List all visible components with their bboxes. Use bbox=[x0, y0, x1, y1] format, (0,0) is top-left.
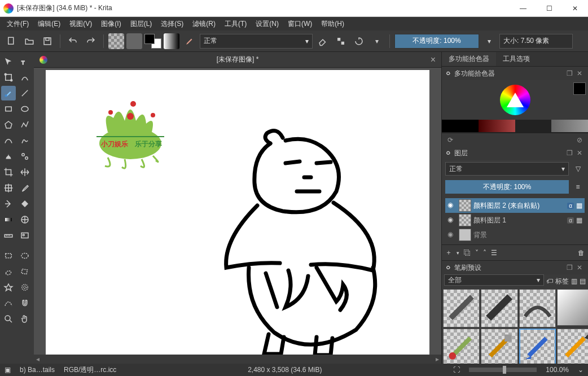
brush-preset[interactable] bbox=[557, 289, 588, 326]
menu-file[interactable]: 文件(F) bbox=[2, 18, 33, 30]
move-up-button[interactable]: ˄ bbox=[483, 249, 486, 257]
duplicate-layer-button[interactable]: ⿻ bbox=[464, 249, 471, 257]
contiguous-select-tool[interactable] bbox=[1, 280, 16, 295]
menu-help[interactable]: 帮助(H) bbox=[317, 18, 349, 30]
brush-size-field[interactable]: 大小: 7.50 像素 bbox=[499, 34, 573, 49]
tag-icon[interactable]: 🏷 bbox=[546, 277, 553, 285]
transform-tool-2[interactable] bbox=[1, 181, 16, 195]
visibility-icon[interactable]: ◉ bbox=[447, 201, 457, 210]
add-layer-button[interactable]: ＋ bbox=[445, 248, 452, 257]
polygonal-select-tool[interactable] bbox=[17, 264, 32, 279]
fg-bg-swatch[interactable] bbox=[144, 34, 161, 49]
brush-preset[interactable] bbox=[481, 289, 517, 327]
visibility-icon[interactable]: ◉ bbox=[447, 216, 457, 225]
close-button[interactable]: ✕ bbox=[562, 0, 588, 17]
minimize-button[interactable]: — bbox=[510, 0, 536, 17]
zoom-fit-icon[interactable]: ⛶ bbox=[453, 366, 460, 374]
pattern-2-button[interactable] bbox=[126, 33, 142, 49]
layer-settings-button[interactable]: ☰ bbox=[491, 249, 497, 257]
reference-tool[interactable] bbox=[17, 228, 32, 243]
menu-edit[interactable]: 编辑(E) bbox=[33, 18, 65, 30]
transform-tool[interactable]: T bbox=[17, 54, 32, 69]
horizontal-scrollbar[interactable]: ◂ ▸ bbox=[34, 355, 441, 364]
fill-tool[interactable] bbox=[17, 196, 32, 211]
freehand-path-tool[interactable] bbox=[17, 133, 32, 148]
tab-color-selector[interactable]: 多功能拾色器 bbox=[442, 52, 496, 66]
open-file-button[interactable] bbox=[21, 33, 37, 49]
bezier-select-tool[interactable] bbox=[1, 296, 16, 311]
brush-preset[interactable] bbox=[481, 329, 517, 364]
edit-shapes-tool[interactable] bbox=[17, 70, 32, 85]
reload-preset-button[interactable] bbox=[351, 33, 367, 49]
menu-layer[interactable]: 图层(L) bbox=[126, 18, 157, 30]
redo-button[interactable] bbox=[83, 33, 99, 49]
polyline-tool[interactable] bbox=[17, 117, 32, 132]
pan-tool[interactable] bbox=[17, 312, 32, 326]
new-file-button[interactable] bbox=[3, 33, 19, 49]
undo-button[interactable] bbox=[65, 33, 81, 49]
save-button[interactable] bbox=[40, 33, 55, 49]
move-tool[interactable] bbox=[1, 54, 16, 69]
layer-item-2[interactable]: ◉ 颜料图层 2 (来自粘贴) α ▦ bbox=[445, 198, 585, 213]
layer-blend-select[interactable]: 正常▾ bbox=[445, 162, 569, 176]
ellipse-tool[interactable] bbox=[17, 102, 32, 116]
current-color-swatch[interactable] bbox=[573, 82, 586, 95]
rect-select-tool[interactable] bbox=[1, 248, 16, 263]
layer-menu-icon[interactable]: ≡ bbox=[571, 180, 585, 194]
crop-tool[interactable] bbox=[1, 70, 16, 85]
rectangle-tool[interactable] bbox=[1, 102, 16, 116]
float-layers-icon[interactable]: ❐ bbox=[564, 148, 574, 158]
menu-settings[interactable]: 设置(N) bbox=[251, 18, 283, 30]
lock-icon[interactable]: ⭘ bbox=[445, 69, 452, 77]
menu-image[interactable]: 图像(I) bbox=[96, 18, 125, 30]
polygon-tool[interactable] bbox=[1, 117, 16, 132]
layer-item-1[interactable]: ◉ 颜料图层 1 α ▦ bbox=[445, 213, 585, 228]
assistant-tool[interactable] bbox=[17, 212, 32, 227]
similar-select-tool[interactable] bbox=[17, 280, 32, 295]
brush-preset[interactable] bbox=[443, 329, 480, 364]
color-picker-tool[interactable] bbox=[17, 181, 32, 195]
toolbar-dropdown[interactable]: ▾ bbox=[369, 33, 385, 49]
crop-tool-2[interactable] bbox=[1, 165, 16, 180]
float-brush-icon[interactable]: ❐ bbox=[564, 263, 574, 273]
dyna-tool[interactable] bbox=[1, 149, 16, 164]
doc-tab-close-icon[interactable]: × bbox=[431, 55, 436, 65]
eraser-toggle[interactable] bbox=[315, 33, 331, 49]
brush-filter-select[interactable]: 全部▾ bbox=[444, 274, 544, 286]
magnetic-select-tool[interactable] bbox=[17, 296, 32, 311]
freehand-select-tool[interactable] bbox=[1, 264, 16, 279]
layer-item-bg[interactable]: ◉ 背景 bbox=[445, 228, 585, 242]
zoom-value[interactable]: 100.0% bbox=[546, 366, 569, 374]
document-tab[interactable]: [未保存图像] * × bbox=[34, 55, 441, 64]
bezier-tool[interactable] bbox=[1, 133, 16, 148]
menu-filter[interactable]: 滤镜(R) bbox=[188, 18, 220, 30]
view-mode-icon[interactable]: ▥ bbox=[571, 277, 577, 285]
list-mode-icon[interactable]: ▤ bbox=[580, 277, 586, 285]
opacity-slider[interactable]: 不透明度: 100% bbox=[394, 34, 479, 49]
brush-preset[interactable] bbox=[443, 289, 480, 327]
close-brush-icon[interactable]: ✕ bbox=[574, 263, 585, 273]
layer-opacity-slider[interactable]: 不透明度: 100% bbox=[445, 180, 569, 194]
opacity-dropdown[interactable]: ▾ bbox=[481, 33, 497, 49]
tab-tool-options[interactable]: 工具选项 bbox=[496, 52, 537, 66]
canvas[interactable]: 小刀娱乐 乐于分享 bbox=[46, 70, 429, 355]
menu-window[interactable]: 窗口(W) bbox=[283, 18, 317, 30]
brush-preset-selected[interactable] bbox=[519, 329, 556, 364]
blend-mode-select[interactable]: 正常▾ bbox=[200, 34, 313, 49]
filter-icon[interactable]: ▽ bbox=[571, 162, 585, 176]
zoom-tool[interactable] bbox=[1, 312, 16, 326]
smart-patch-tool[interactable] bbox=[1, 196, 16, 211]
freehand-brush-tool[interactable] bbox=[1, 86, 16, 100]
zoom-slider[interactable] bbox=[469, 368, 537, 372]
denied-icon[interactable]: ⊘ bbox=[574, 135, 585, 145]
menu-tools[interactable]: 工具(T) bbox=[220, 18, 251, 30]
menu-view[interactable]: 视图(V) bbox=[65, 18, 96, 30]
maximize-button[interactable]: ☐ bbox=[536, 0, 562, 17]
line-tool[interactable] bbox=[17, 86, 32, 100]
multibrush-tool[interactable] bbox=[17, 149, 32, 164]
gradient-tool[interactable] bbox=[1, 212, 16, 227]
canvas-viewport[interactable]: 小刀娱乐 乐于分享 bbox=[34, 68, 441, 355]
float-docker-icon[interactable]: ❐ bbox=[564, 68, 574, 78]
menu-select[interactable]: 选择(S) bbox=[156, 18, 188, 30]
ellipse-select-tool[interactable] bbox=[17, 248, 32, 263]
